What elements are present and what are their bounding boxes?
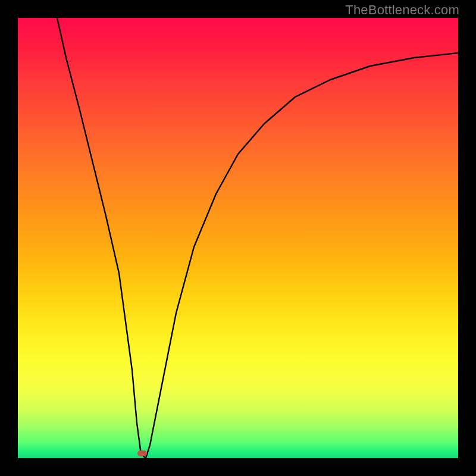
chart-frame: TheBottleneck.com — [0, 0, 476, 476]
curve-svg — [18, 18, 458, 458]
plot-area — [18, 18, 458, 458]
bottleneck-curve — [57, 18, 458, 458]
watermark-text: TheBottleneck.com — [345, 2, 459, 18]
optimum-marker — [137, 450, 147, 456]
